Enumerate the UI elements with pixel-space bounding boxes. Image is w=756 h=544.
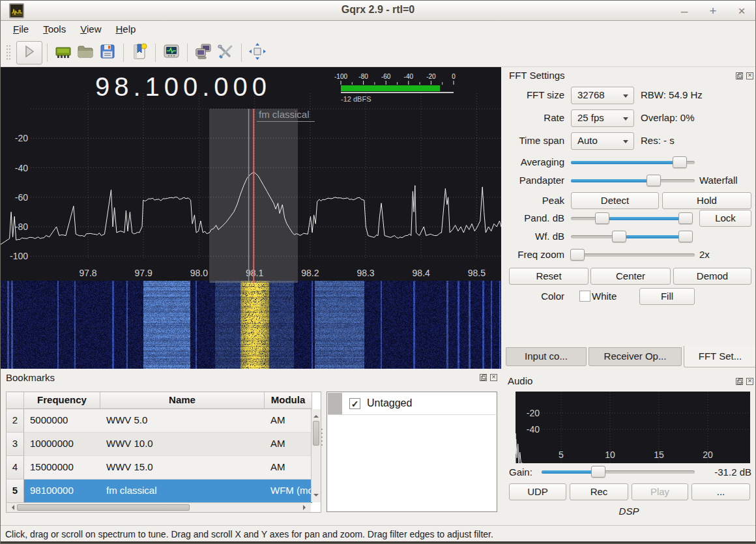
dock-float-icon[interactable]	[480, 374, 487, 381]
cell-modulation[interactable]: AM	[265, 433, 312, 456]
cell-name[interactable]: WWV 15.0	[100, 456, 265, 480]
fft-color-value[interactable]: White	[592, 291, 617, 302]
row-number[interactable]: 4	[7, 456, 24, 480]
fill-button[interactable]: Fill	[639, 288, 695, 305]
vertical-scrollbar[interactable]	[311, 409, 321, 502]
tag-row[interactable]: ✓Untagged	[328, 393, 496, 415]
start-dsp-button[interactable]	[16, 41, 42, 64]
cell-frequency[interactable]: 5000000	[24, 409, 100, 433]
cell-name[interactable]: WWV 5.0	[100, 409, 265, 433]
rate-combobox[interactable]: 25 fps	[571, 109, 634, 127]
bookmarks-table[interactable]: FrequencyNameModula25000000WWV 5.0AM3100…	[6, 392, 321, 513]
center-button[interactable]: Center	[590, 268, 671, 285]
dock-float-icon[interactable]	[736, 378, 743, 385]
svg-text:10: 10	[605, 450, 615, 460]
signal-meter: -100-80-60-40-200-12 dBFS	[334, 71, 461, 105]
toolbar-drag-handle[interactable]	[6, 44, 11, 61]
pand-db-range-slider[interactable]	[571, 212, 691, 225]
computers-icon	[194, 42, 212, 63]
bookmarks-button[interactable]	[128, 42, 151, 64]
menu-file[interactable]: File	[7, 21, 35, 38]
dock-close-icon[interactable]	[746, 378, 753, 385]
pandapter-spectrum[interactable]: 97.897.998.098.198.298.398.498.5-20-40-6…	[1, 67, 501, 281]
column-header-frequency[interactable]: Frequency	[24, 392, 100, 409]
row-number[interactable]: 2	[7, 409, 24, 433]
cell-frequency[interactable]: 10000000	[24, 433, 100, 456]
svg-text:98.4: 98.4	[413, 268, 430, 278]
column-header-name[interactable]: Name	[100, 392, 265, 409]
fft-size-combobox[interactable]: 32768	[571, 87, 634, 104]
wf-db-range-slider[interactable]	[571, 230, 691, 243]
cell-modulation[interactable]: WFM (mo	[265, 480, 312, 503]
svg-text:20: 20	[703, 450, 713, 460]
cell-name[interactable]: fm classical	[100, 480, 265, 503]
averaging-label: Averaging	[501, 156, 564, 167]
horizontal-scrollbar[interactable]	[7, 502, 311, 512]
svg-text:0: 0	[452, 73, 456, 80]
tab-2[interactable]: FFT Set...	[684, 346, 756, 367]
bookmark-row[interactable]: 10000000WWV 10.0AM	[24, 433, 312, 456]
pand-db-label: Pand. dB	[501, 212, 564, 223]
pandapter-split-slider[interactable]	[571, 174, 695, 187]
bookmark-row[interactable]: 5000000WWV 5.0AM	[24, 409, 312, 433]
row-number[interactable]: 3	[7, 433, 24, 456]
save-file-button[interactable]	[96, 42, 119, 64]
bookmark-row[interactable]: 15000000WWV 15.0AM	[24, 456, 312, 480]
bookmarks-dock: Bookmarks FrequencyNameModula25000000WWV…	[1, 369, 501, 526]
reset-button[interactable]: Reset	[509, 268, 589, 285]
time-span-label: Time span	[501, 135, 564, 146]
titlebar[interactable]: Gqrx 2.9 - rtl=0 – + ×	[1, 1, 755, 21]
cell-frequency[interactable]: 98100000	[24, 480, 100, 503]
audio-button-...[interactable]: ...	[691, 483, 750, 500]
menu-tools[interactable]: Tools	[37, 21, 72, 38]
svg-text:15: 15	[654, 450, 664, 460]
dsp-display-button[interactable]	[160, 42, 182, 64]
open-file-button[interactable]	[74, 42, 96, 64]
demod-button[interactable]: Demod	[673, 268, 751, 285]
bookmark-tag[interactable]: fm classical	[257, 109, 315, 122]
cell-name[interactable]: WWV 10.0	[100, 433, 265, 456]
menu-help[interactable]: Help	[109, 21, 141, 38]
minimize-button[interactable]: –	[677, 4, 691, 18]
maximize-button[interactable]: +	[706, 4, 720, 18]
dock-close-icon[interactable]	[746, 72, 753, 79]
cell-frequency[interactable]: 15000000	[24, 456, 100, 480]
frequency-display[interactable]: 98.100.000	[79, 72, 287, 102]
waterfall[interactable]	[1, 281, 501, 369]
splitter-handle[interactable]	[320, 427, 325, 447]
audio-spectrum[interactable]: 5101520-20-40	[516, 392, 750, 463]
averaging-slider[interactable]	[571, 156, 695, 169]
audio-button-udp[interactable]: UDP	[509, 483, 566, 500]
fft-color-swatch[interactable]	[579, 291, 590, 302]
peak-hold-button[interactable]: Hold	[662, 192, 751, 209]
oscilloscope-icon	[162, 42, 181, 63]
cell-modulation[interactable]: AM	[265, 409, 312, 433]
gain-slider[interactable]	[542, 465, 695, 478]
time-span-combobox[interactable]: Auto	[571, 132, 634, 150]
tab-0[interactable]: Input co...	[506, 347, 587, 366]
device-config-button[interactable]	[52, 42, 74, 64]
io-devices-button[interactable]	[192, 42, 214, 64]
gain-value: -31.2 dB	[714, 466, 751, 478]
tab-1[interactable]: Receiver Op...	[589, 347, 682, 366]
close-button[interactable]: ×	[734, 4, 749, 18]
lock-button[interactable]: Lock	[699, 210, 751, 227]
peak-detect-button[interactable]: Detect	[571, 192, 659, 209]
menu-view[interactable]: View	[74, 21, 107, 38]
fullscreen-button[interactable]	[246, 42, 269, 64]
svg-text:-80: -80	[15, 222, 28, 232]
column-header-modula[interactable]: Modula	[265, 392, 312, 409]
tag-list[interactable]: ✓Untagged	[327, 392, 497, 512]
tag-color-swatch[interactable]	[328, 393, 342, 414]
tag-checkbox[interactable]: ✓	[349, 398, 360, 409]
dock-close-icon[interactable]	[490, 374, 497, 381]
cell-modulation[interactable]: AM	[265, 456, 312, 480]
audio-button-rec[interactable]: Rec	[570, 483, 628, 500]
row-number[interactable]: 5	[7, 480, 24, 503]
table-corner[interactable]	[7, 392, 24, 409]
bookmark-row[interactable]: 98100000fm classicalWFM (mo	[24, 480, 312, 503]
configure-button[interactable]	[214, 42, 237, 64]
toolbar-separator	[47, 44, 48, 62]
freq-zoom-slider[interactable]	[571, 248, 695, 261]
dock-float-icon[interactable]	[736, 72, 743, 79]
